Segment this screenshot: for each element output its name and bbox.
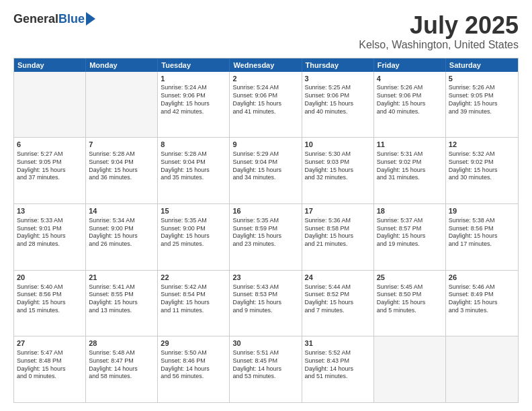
calendar-header-day: Tuesday [158, 58, 230, 72]
calendar: SundayMondayTuesdayWednesdayThursdayFrid… [13, 58, 519, 403]
calendar-cell: 19Sunrise: 5:38 AM Sunset: 8:56 PM Dayli… [446, 204, 518, 270]
day-details: Sunrise: 5:30 AM Sunset: 9:03 PM Dayligh… [305, 150, 371, 182]
calendar-cell: 28Sunrise: 5:48 AM Sunset: 8:47 PM Dayli… [86, 336, 158, 402]
calendar-cell: 10Sunrise: 5:30 AM Sunset: 9:03 PM Dayli… [302, 138, 374, 203]
day-number: 25 [377, 273, 443, 283]
day-details: Sunrise: 5:35 AM Sunset: 9:00 PM Dayligh… [161, 217, 226, 248]
day-number: 18 [377, 206, 443, 216]
calendar-cell: 11Sunrise: 5:31 AM Sunset: 9:02 PM Dayli… [374, 138, 446, 203]
day-details: Sunrise: 5:34 AM Sunset: 9:00 PM Dayligh… [89, 217, 154, 248]
day-details: Sunrise: 5:47 AM Sunset: 8:48 PM Dayligh… [17, 349, 83, 381]
calendar-cell [14, 72, 86, 138]
day-number: 6 [17, 140, 83, 150]
page: General Blue July 2025 Kelso, Washington… [0, 0, 532, 411]
day-number: 21 [89, 273, 154, 283]
calendar-cell: 2Sunrise: 5:24 AM Sunset: 9:06 PM Daylig… [230, 72, 302, 138]
calendar-cell: 8Sunrise: 5:28 AM Sunset: 9:04 PM Daylig… [158, 138, 230, 203]
calendar-cell [374, 336, 446, 402]
calendar-cell: 20Sunrise: 5:40 AM Sunset: 8:56 PM Dayli… [14, 271, 86, 336]
day-details: Sunrise: 5:41 AM Sunset: 8:55 PM Dayligh… [89, 283, 154, 315]
day-number: 5 [449, 74, 515, 84]
calendar-cell: 12Sunrise: 5:32 AM Sunset: 9:02 PM Dayli… [446, 138, 518, 203]
title-block: July 2025 Kelso, Washington, United Stat… [359, 12, 519, 51]
calendar-cell: 5Sunrise: 5:26 AM Sunset: 9:05 PM Daylig… [446, 72, 518, 138]
day-details: Sunrise: 5:33 AM Sunset: 9:01 PM Dayligh… [17, 217, 83, 248]
calendar-cell: 21Sunrise: 5:41 AM Sunset: 8:55 PM Dayli… [86, 271, 158, 336]
logo-blue-text: Blue [58, 12, 85, 26]
calendar-cell: 31Sunrise: 5:52 AM Sunset: 8:43 PM Dayli… [302, 336, 374, 402]
day-details: Sunrise: 5:35 AM Sunset: 8:59 PM Dayligh… [232, 217, 298, 248]
day-number: 7 [89, 140, 154, 150]
calendar-cell: 3Sunrise: 5:25 AM Sunset: 9:06 PM Daylig… [302, 72, 374, 138]
day-number: 26 [449, 273, 515, 283]
day-details: Sunrise: 5:44 AM Sunset: 8:52 PM Dayligh… [305, 283, 371, 315]
day-details: Sunrise: 5:32 AM Sunset: 9:02 PM Dayligh… [449, 150, 515, 182]
calendar-cell: 14Sunrise: 5:34 AM Sunset: 9:00 PM Dayli… [86, 204, 158, 270]
calendar-header-day: Sunday [14, 58, 86, 72]
calendar-row: 13Sunrise: 5:33 AM Sunset: 9:01 PM Dayli… [14, 204, 518, 271]
calendar-header-day: Saturday [446, 58, 518, 72]
day-details: Sunrise: 5:36 AM Sunset: 8:58 PM Dayligh… [305, 217, 371, 248]
day-number: 29 [161, 338, 226, 349]
day-details: Sunrise: 5:46 AM Sunset: 8:49 PM Dayligh… [449, 283, 515, 315]
day-number: 13 [17, 206, 83, 216]
calendar-row: 20Sunrise: 5:40 AM Sunset: 8:56 PM Dayli… [14, 271, 518, 337]
calendar-cell: 22Sunrise: 5:42 AM Sunset: 8:54 PM Dayli… [158, 271, 230, 336]
day-number: 3 [305, 74, 371, 84]
day-details: Sunrise: 5:40 AM Sunset: 8:56 PM Dayligh… [17, 283, 83, 315]
day-details: Sunrise: 5:28 AM Sunset: 9:04 PM Dayligh… [89, 150, 154, 182]
day-details: Sunrise: 5:38 AM Sunset: 8:56 PM Dayligh… [449, 217, 515, 248]
day-number: 24 [305, 273, 371, 283]
day-details: Sunrise: 5:28 AM Sunset: 9:04 PM Dayligh… [161, 150, 226, 182]
day-details: Sunrise: 5:24 AM Sunset: 9:06 PM Dayligh… [161, 84, 226, 116]
logo: General Blue [13, 12, 95, 26]
day-number: 22 [161, 273, 226, 283]
day-number: 16 [232, 206, 298, 216]
subtitle: Kelso, Washington, United States [359, 39, 519, 51]
day-details: Sunrise: 5:37 AM Sunset: 8:57 PM Dayligh… [377, 217, 443, 248]
calendar-row: 6Sunrise: 5:27 AM Sunset: 9:05 PM Daylig… [14, 138, 518, 204]
day-details: Sunrise: 5:43 AM Sunset: 8:53 PM Dayligh… [232, 283, 298, 315]
calendar-cell: 9Sunrise: 5:29 AM Sunset: 9:04 PM Daylig… [230, 138, 302, 203]
calendar-cell [446, 336, 518, 402]
calendar-cell: 18Sunrise: 5:37 AM Sunset: 8:57 PM Dayli… [374, 204, 446, 270]
day-details: Sunrise: 5:26 AM Sunset: 9:06 PM Dayligh… [377, 84, 443, 116]
day-number: 31 [305, 338, 371, 349]
calendar-cell: 15Sunrise: 5:35 AM Sunset: 9:00 PM Dayli… [158, 204, 230, 270]
calendar-header-day: Friday [374, 58, 446, 72]
day-details: Sunrise: 5:24 AM Sunset: 9:06 PM Dayligh… [232, 84, 298, 116]
calendar-cell: 30Sunrise: 5:51 AM Sunset: 8:45 PM Dayli… [230, 336, 302, 402]
calendar-cell: 1Sunrise: 5:24 AM Sunset: 9:06 PM Daylig… [158, 72, 230, 138]
day-details: Sunrise: 5:29 AM Sunset: 9:04 PM Dayligh… [232, 150, 298, 182]
calendar-row: 1Sunrise: 5:24 AM Sunset: 9:06 PM Daylig… [14, 72, 518, 138]
calendar-cell: 26Sunrise: 5:46 AM Sunset: 8:49 PM Dayli… [446, 271, 518, 336]
logo-general-text: General [13, 12, 58, 26]
calendar-cell: 6Sunrise: 5:27 AM Sunset: 9:05 PM Daylig… [14, 138, 86, 203]
calendar-header-day: Monday [86, 58, 158, 72]
day-details: Sunrise: 5:50 AM Sunset: 8:46 PM Dayligh… [161, 349, 226, 381]
calendar-header: SundayMondayTuesdayWednesdayThursdayFrid… [14, 58, 518, 72]
calendar-cell: 17Sunrise: 5:36 AM Sunset: 8:58 PM Dayli… [302, 204, 374, 270]
calendar-cell: 25Sunrise: 5:45 AM Sunset: 8:50 PM Dayli… [374, 271, 446, 336]
day-number: 14 [89, 206, 154, 216]
logo-arrow-icon [86, 12, 95, 26]
day-details: Sunrise: 5:52 AM Sunset: 8:43 PM Dayligh… [305, 349, 371, 381]
day-number: 2 [232, 74, 298, 84]
day-number: 15 [161, 206, 226, 216]
calendar-cell: 7Sunrise: 5:28 AM Sunset: 9:04 PM Daylig… [86, 138, 158, 203]
day-number: 9 [232, 140, 298, 150]
calendar-row: 27Sunrise: 5:47 AM Sunset: 8:48 PM Dayli… [14, 336, 518, 402]
day-details: Sunrise: 5:42 AM Sunset: 8:54 PM Dayligh… [161, 283, 226, 315]
day-number: 11 [377, 140, 443, 150]
day-details: Sunrise: 5:45 AM Sunset: 8:50 PM Dayligh… [377, 283, 443, 315]
calendar-body: 1Sunrise: 5:24 AM Sunset: 9:06 PM Daylig… [14, 72, 518, 402]
day-details: Sunrise: 5:51 AM Sunset: 8:45 PM Dayligh… [232, 349, 298, 381]
calendar-cell: 13Sunrise: 5:33 AM Sunset: 9:01 PM Dayli… [14, 204, 86, 270]
day-number: 19 [449, 206, 515, 216]
day-details: Sunrise: 5:27 AM Sunset: 9:05 PM Dayligh… [17, 150, 83, 182]
calendar-cell: 23Sunrise: 5:43 AM Sunset: 8:53 PM Dayli… [230, 271, 302, 336]
calendar-header-day: Wednesday [230, 58, 302, 72]
day-details: Sunrise: 5:25 AM Sunset: 9:06 PM Dayligh… [305, 84, 371, 116]
header: General Blue July 2025 Kelso, Washington… [13, 12, 519, 51]
day-number: 12 [449, 140, 515, 150]
